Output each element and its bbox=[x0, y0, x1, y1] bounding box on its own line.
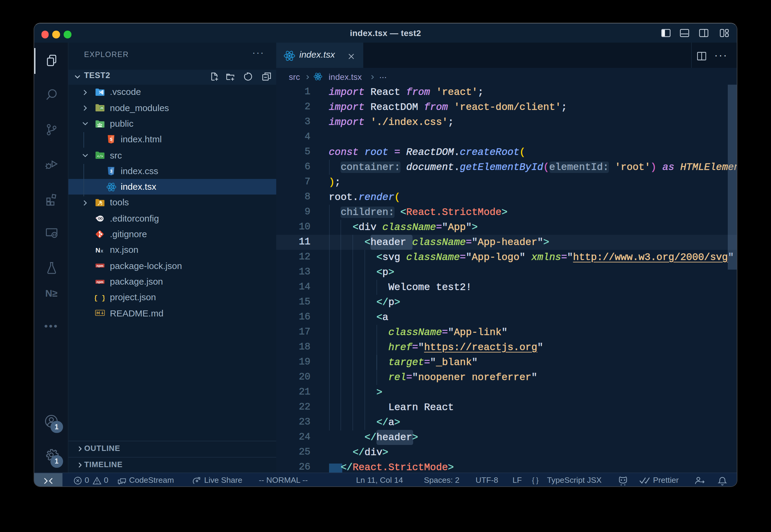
svg-text:3: 3 bbox=[110, 168, 112, 173]
svg-text:{ }: { } bbox=[95, 295, 104, 302]
svg-text:npm: npm bbox=[97, 264, 104, 268]
svg-text:</>: </> bbox=[97, 155, 103, 158]
svg-text:x: x bbox=[101, 248, 103, 253]
svg-text:npm: npm bbox=[97, 280, 104, 283]
svg-text:5: 5 bbox=[110, 137, 112, 142]
svg-text:N: N bbox=[95, 246, 100, 254]
svg-text:JS: JS bbox=[100, 107, 104, 110]
